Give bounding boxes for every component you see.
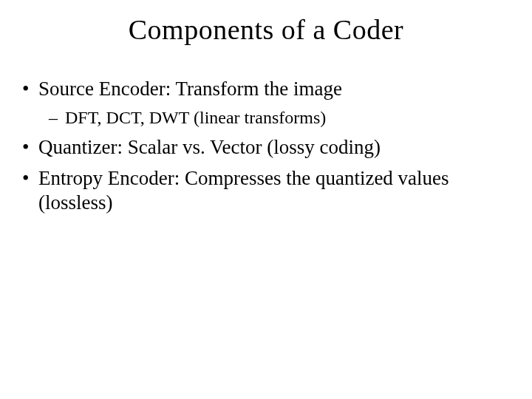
sub-bullet-text: DFT, DCT, DWT (linear transforms) [65, 108, 326, 127]
list-item: DFT, DCT, DWT (linear transforms) [38, 106, 510, 129]
bullet-text: Entropy Encoder: Compresses the quantize… [38, 167, 449, 214]
list-item: Quantizer: Scalar vs. Vector (lossy codi… [15, 135, 510, 160]
bullet-list: Source Encoder: Transform the image DFT,… [15, 77, 510, 216]
slide: Components of a Coder Source Encoder: Tr… [0, 13, 532, 399]
bullet-text: Quantizer: Scalar vs. Vector (lossy codi… [38, 136, 381, 158]
slide-content: Source Encoder: Transform the image DFT,… [0, 77, 532, 216]
list-item: Source Encoder: Transform the image DFT,… [15, 77, 510, 129]
sub-bullet-list: DFT, DCT, DWT (linear transforms) [38, 106, 510, 129]
bullet-text: Source Encoder: Transform the image [38, 78, 342, 100]
slide-title: Components of a Coder [0, 13, 532, 46]
list-item: Entropy Encoder: Compresses the quantize… [15, 166, 510, 216]
